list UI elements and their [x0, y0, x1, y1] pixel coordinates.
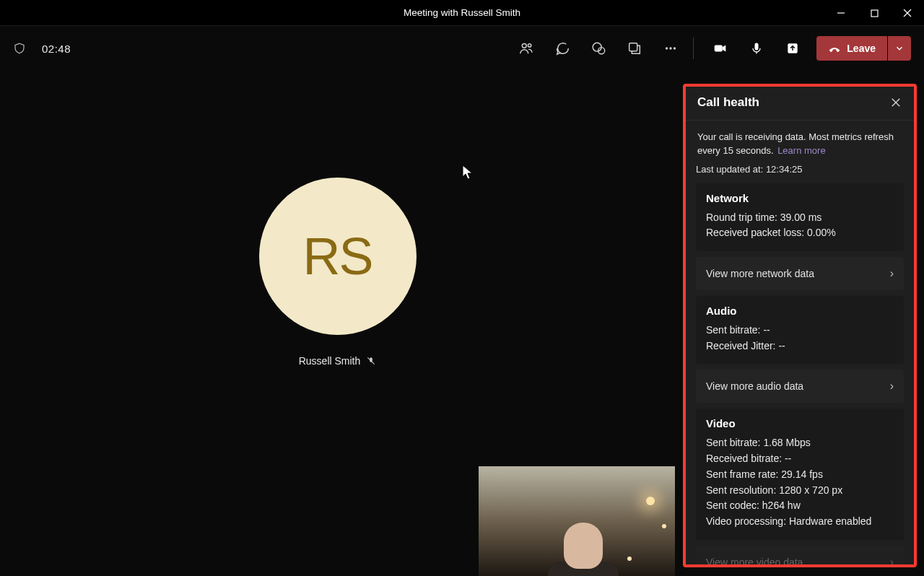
audio-jitter-metric: Received Jitter: --: [706, 339, 894, 354]
audio-card: Audio Sent bitrate: -- Received Jitter: …: [696, 296, 904, 364]
close-icon[interactable]: [889, 96, 902, 109]
panel-title: Call health: [697, 95, 759, 110]
avatar: RS: [259, 178, 417, 335]
video-fps-metric: Sent frame rate: 29.14 fps: [706, 467, 894, 483]
video-codec-metric: Sent codec: h264 hw: [706, 498, 894, 514]
toolbar-divider: [693, 38, 694, 59]
reactions-icon[interactable]: [590, 40, 606, 56]
video-card: Video Sent bitrate: 1.68 Mbps Received b…: [696, 409, 904, 539]
audio-heading: Audio: [706, 305, 894, 317]
video-sent-bitrate-metric: Sent bitrate: 1.68 Mbps: [706, 435, 894, 451]
leave-label: Leave: [847, 43, 876, 54]
svg-rect-13: [755, 43, 759, 51]
self-video-thumbnail[interactable]: [479, 466, 675, 576]
rtt-metric: Round trip time: 39.00 ms: [706, 210, 894, 226]
svg-rect-1: [871, 10, 878, 17]
chevron-right-icon: ›: [890, 380, 894, 393]
participant-tile[interactable]: RS Russell Smith: [0, 71, 675, 367]
panel-intro: Your call is receiving data. Most metric…: [696, 121, 904, 164]
leave-dropdown[interactable]: [888, 36, 911, 61]
avatar-initials: RS: [302, 227, 372, 286]
window-title: Meeting with Russell Smith: [404, 7, 520, 18]
mic-muted-icon: [366, 356, 376, 366]
rooms-icon[interactable]: [627, 40, 642, 56]
view-more-audio[interactable]: View more audio data ›: [696, 370, 904, 403]
chat-icon[interactable]: [554, 40, 570, 56]
leave-button[interactable]: Leave: [816, 36, 887, 61]
call-timer: 02:48: [42, 43, 71, 55]
close-button[interactable]: [891, 0, 924, 26]
chevron-right-icon: ›: [890, 267, 894, 280]
svg-point-6: [593, 43, 602, 51]
more-icon[interactable]: [663, 40, 679, 56]
svg-rect-12: [715, 45, 723, 51]
title-bar: Meeting with Russell Smith: [0, 0, 924, 26]
learn-more-link[interactable]: Learn more: [777, 145, 825, 156]
audio-sent-bitrate-metric: Sent bitrate: --: [706, 323, 894, 339]
share-icon[interactable]: [785, 40, 801, 56]
chevron-down-icon: [894, 43, 905, 53]
svg-rect-8: [629, 43, 637, 51]
svg-point-4: [523, 43, 527, 48]
svg-point-11: [674, 47, 676, 49]
meeting-stage: RS Russell Smith Call health: [0, 71, 924, 576]
video-res-metric: Sent resolution: 1280 x 720 px: [706, 483, 894, 499]
window-controls: [824, 0, 924, 26]
shield-icon[interactable]: [13, 41, 26, 56]
view-more-network[interactable]: View more network data ›: [696, 257, 904, 290]
svg-point-5: [528, 44, 531, 47]
packet-loss-metric: Received packet loss: 0.00%: [706, 225, 894, 241]
minimize-button[interactable]: [824, 0, 858, 26]
people-icon[interactable]: [518, 40, 534, 56]
network-heading: Network: [706, 192, 894, 204]
chevron-right-icon: ›: [890, 556, 894, 564]
video-recv-bitrate-metric: Received bitrate: --: [706, 451, 894, 467]
call-health-highlight: Call health Your call is receiving data.…: [683, 84, 917, 567]
svg-point-9: [666, 47, 668, 49]
mic-icon[interactable]: [749, 40, 764, 56]
camera-icon[interactable]: [712, 40, 728, 56]
video-heading: Video: [706, 417, 894, 429]
last-updated: Last updated at: 12:34:25: [696, 164, 904, 183]
view-more-video[interactable]: View more video data ›: [696, 546, 904, 564]
video-proc-metric: Video processing: Hardware enabled: [706, 514, 894, 530]
hangup-icon: [828, 42, 841, 55]
participant-name: Russell Smith: [299, 355, 361, 367]
network-card: Network Round trip time: 39.00 ms Receiv…: [696, 183, 904, 251]
meeting-toolbar: 02:48 Leave: [0, 26, 924, 71]
svg-point-10: [670, 47, 672, 49]
maximize-button[interactable]: [858, 0, 891, 26]
call-health-panel: Call health Your call is receiving data.…: [686, 87, 914, 564]
